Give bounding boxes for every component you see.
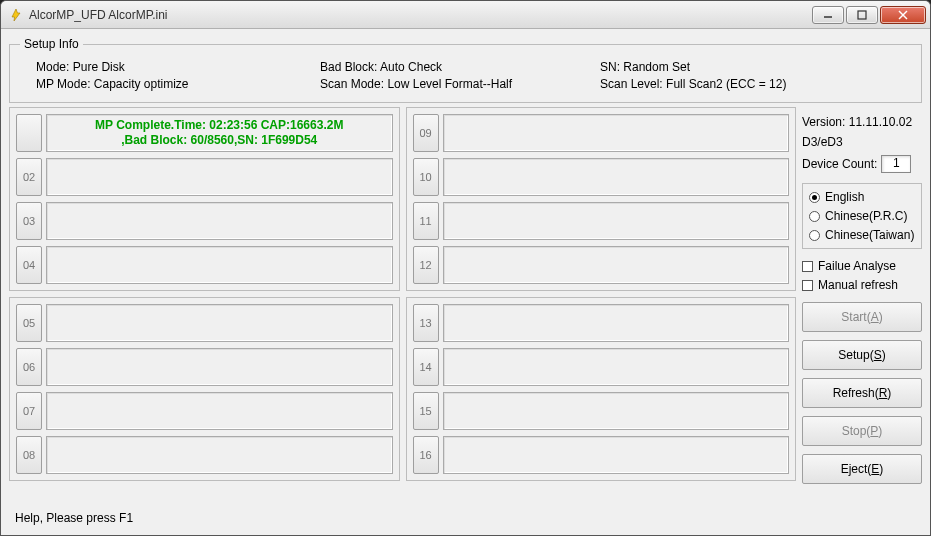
slot-status-14 bbox=[443, 348, 790, 386]
slot-button-12[interactable]: 12 bbox=[413, 246, 439, 284]
radio-icon bbox=[809, 211, 820, 222]
slot-button-08[interactable]: 08 bbox=[16, 436, 42, 474]
slot-button-06[interactable]: 06 bbox=[16, 348, 42, 386]
slot-group-5-8: 05 06 07 08 bbox=[9, 297, 400, 481]
slot-status-08 bbox=[46, 436, 393, 474]
radio-english[interactable]: English bbox=[809, 190, 915, 204]
slot-status-11 bbox=[443, 202, 790, 240]
slot-button-13[interactable]: 13 bbox=[413, 304, 439, 342]
radio-chinese-prc[interactable]: Chinese(P.R.C) bbox=[809, 209, 915, 223]
radio-icon bbox=[809, 230, 820, 241]
maximize-button[interactable] bbox=[846, 6, 878, 24]
slot-status-10 bbox=[443, 158, 790, 196]
close-button[interactable] bbox=[880, 6, 926, 24]
slot-button-10[interactable]: 10 bbox=[413, 158, 439, 196]
slot-button-14[interactable]: 14 bbox=[413, 348, 439, 386]
minimize-button[interactable] bbox=[812, 6, 844, 24]
slot-status-03 bbox=[46, 202, 393, 240]
slot-button-04[interactable]: 04 bbox=[16, 246, 42, 284]
slot-status-04 bbox=[46, 246, 393, 284]
title-bar[interactable]: AlcorMP_UFD AlcorMP.ini bbox=[1, 1, 930, 29]
slot-button-09[interactable]: 09 bbox=[413, 114, 439, 152]
slot-button-01[interactable] bbox=[16, 114, 42, 152]
slot-status-01: MP Complete.Time: 02:23:56 CAP:16663.2M,… bbox=[46, 114, 393, 152]
slot-status-09 bbox=[443, 114, 790, 152]
checkbox-manual-refresh[interactable]: Manual refresh bbox=[802, 278, 922, 292]
slot-status-05 bbox=[46, 304, 393, 342]
slot-status-13 bbox=[443, 304, 790, 342]
slot-group-13-16: 13 14 15 16 bbox=[406, 297, 797, 481]
help-hint: Help, Please press F1 bbox=[9, 509, 922, 527]
checkbox-icon bbox=[802, 261, 813, 272]
slot-status-07 bbox=[46, 392, 393, 430]
eject-button[interactable]: Eject(E) bbox=[802, 454, 922, 484]
slot-status-16 bbox=[443, 436, 790, 474]
slot-status-15 bbox=[443, 392, 790, 430]
options-group: Failue Analyse Manual refresh bbox=[802, 257, 922, 294]
slot-button-16[interactable]: 16 bbox=[413, 436, 439, 474]
slot-button-15[interactable]: 15 bbox=[413, 392, 439, 430]
checkbox-failue-analyse[interactable]: Failue Analyse bbox=[802, 259, 922, 273]
device-count-label: Device Count: bbox=[802, 157, 877, 171]
device-count-value: 1 bbox=[881, 155, 911, 173]
slot-button-11[interactable]: 11 bbox=[413, 202, 439, 240]
stop-button[interactable]: Stop(P) bbox=[802, 416, 922, 446]
setup-info-group: Setup Info Mode: Pure Disk Bad Block: Au… bbox=[9, 37, 922, 103]
scanmode-field: Scan Mode: Low Level Format--Half bbox=[320, 77, 600, 91]
slot-status-06 bbox=[46, 348, 393, 386]
badblock-field: Bad Block: Auto Check bbox=[320, 60, 600, 74]
mode-field: Mode: Pure Disk bbox=[20, 60, 320, 74]
setup-button[interactable]: Setup(S) bbox=[802, 340, 922, 370]
slots-right: 09 10 11 12 13 14 15 16 bbox=[406, 107, 797, 505]
radio-icon bbox=[809, 192, 820, 203]
slot-button-02[interactable]: 02 bbox=[16, 158, 42, 196]
svg-rect-1 bbox=[858, 11, 866, 19]
app-window: AlcorMP_UFD AlcorMP.ini Setup Info Mode:… bbox=[0, 0, 931, 536]
checkbox-icon bbox=[802, 280, 813, 291]
start-button[interactable]: Start(A) bbox=[802, 302, 922, 332]
client-area: Setup Info Mode: Pure Disk Bad Block: Au… bbox=[1, 29, 930, 535]
window-controls bbox=[812, 6, 926, 24]
slot-button-07[interactable]: 07 bbox=[16, 392, 42, 430]
window-title: AlcorMP_UFD AlcorMP.ini bbox=[29, 8, 167, 22]
slot-status-02 bbox=[46, 158, 393, 196]
language-group: English Chinese(P.R.C) Chinese(Taiwan) bbox=[802, 183, 922, 249]
refresh-button[interactable]: Refresh(R) bbox=[802, 378, 922, 408]
version-label: Version: 11.11.10.02 bbox=[802, 115, 922, 129]
setup-info-legend: Setup Info bbox=[20, 37, 83, 51]
app-icon bbox=[9, 8, 23, 22]
slot-group-9-12: 09 10 11 12 bbox=[406, 107, 797, 291]
slot-group-1-4: MP Complete.Time: 02:23:56 CAP:16663.2M,… bbox=[9, 107, 400, 291]
slot-status-12 bbox=[443, 246, 790, 284]
slot-button-03[interactable]: 03 bbox=[16, 202, 42, 240]
chip-label: D3/eD3 bbox=[802, 135, 922, 149]
radio-chinese-taiwan[interactable]: Chinese(Taiwan) bbox=[809, 228, 915, 242]
mpmode-field: MP Mode: Capacity optimize bbox=[20, 77, 320, 91]
slots-left: MP Complete.Time: 02:23:56 CAP:16663.2M,… bbox=[9, 107, 400, 505]
slot-button-05[interactable]: 05 bbox=[16, 304, 42, 342]
sn-field: SN: Random Set bbox=[600, 60, 911, 74]
device-count-row: Device Count: 1 bbox=[802, 155, 922, 173]
scanlevel-field: Scan Level: Full Scan2 (ECC = 12) bbox=[600, 77, 911, 91]
sidebar: Version: 11.11.10.02 D3/eD3 Device Count… bbox=[802, 107, 922, 505]
